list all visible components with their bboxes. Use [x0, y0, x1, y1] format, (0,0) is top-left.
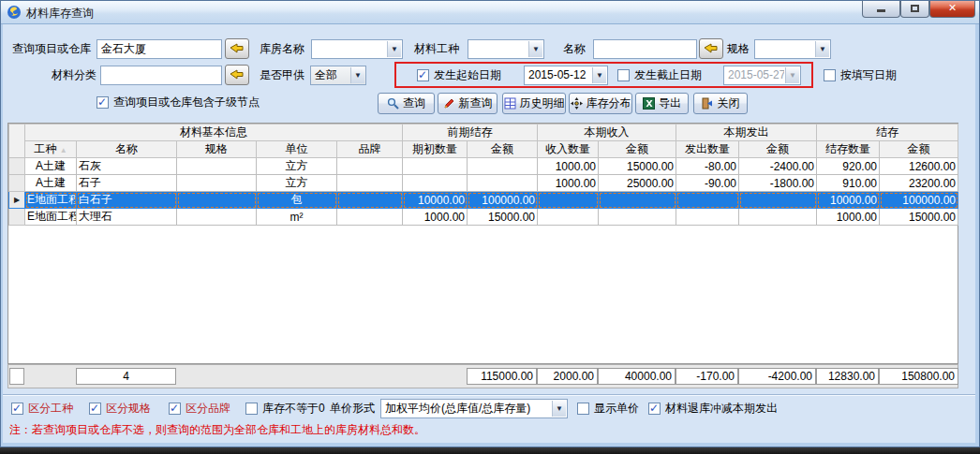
current-row-marker: ▶ [9, 192, 25, 209]
price-form-select[interactable]: 加权平均价(总库值/总库存量)▼ [380, 399, 568, 418]
group-prev-balance: 前期结存 [403, 124, 538, 141]
chevron-down-icon: ▼ [387, 41, 401, 57]
history-detail-button[interactable]: 历史明细 [502, 93, 566, 114]
total-out-amount: -4200.00 [738, 368, 816, 385]
window-border-right [975, 24, 979, 444]
total-out-qty: -170.00 [676, 368, 738, 385]
distinguish-worktype-label: 区分工种 [28, 400, 73, 417]
table-grid-icon [504, 97, 516, 110]
col-init-qty[interactable]: 期初数量 [403, 141, 468, 158]
name-picker-button[interactable] [699, 38, 723, 59]
total-bal-amount: 150800.00 [879, 368, 958, 385]
search-icon [387, 97, 399, 110]
col-in-amount[interactable]: 金额 [599, 141, 676, 158]
distinguish-spec-label: 区分规格 [106, 400, 151, 417]
category-label: 材料分类 [52, 66, 97, 85]
fill-date-checkbox[interactable] [824, 69, 836, 81]
row-indicator [9, 209, 25, 226]
supply-label: 是否甲供 [260, 66, 304, 85]
category-input[interactable] [100, 66, 222, 85]
worktype-label: 材料工种 [414, 39, 459, 59]
minimize-icon [877, 9, 885, 12]
warehouse-select[interactable]: ▼ [311, 39, 403, 59]
maximize-button[interactable] [900, 0, 929, 18]
name-label: 名称 [563, 39, 586, 59]
project-picker-button[interactable] [225, 38, 249, 59]
return-offset-label: 材料退库冲减本期发出 [665, 400, 778, 417]
col-spec[interactable]: 规格 [177, 141, 257, 158]
distinguish-worktype-checkbox[interactable] [11, 403, 23, 415]
distinguish-spec-checkbox[interactable] [89, 403, 101, 415]
hand-picker-icon [230, 42, 245, 54]
distinguish-brand-checkbox[interactable] [169, 403, 181, 415]
compass-arrows-icon [571, 97, 583, 110]
window-border-bottom [1, 443, 979, 447]
total-in-amount: 40000.00 [598, 368, 676, 385]
group-basic-info: 材料基本信息 [25, 124, 403, 141]
chevron-down-icon: ▼ [528, 41, 542, 57]
stock-nonzero-label: 库存不等于0 [262, 400, 325, 417]
project-label: 查询项目或仓库 [12, 39, 91, 59]
group-current-out: 本期发出 [676, 124, 817, 141]
stock-nonzero-checkbox[interactable] [245, 403, 258, 415]
total-prev-amount: 115000.00 [467, 368, 537, 385]
query-button[interactable]: 查询 [378, 93, 435, 114]
minimize-button[interactable] [862, 0, 900, 18]
close-icon: ✕ [948, 2, 957, 13]
table-row[interactable]: A土建 石子 立方 1000.00 25000.00 -90.00 -1800.… [9, 175, 958, 192]
return-offset-checkbox[interactable] [648, 403, 661, 415]
stock-distribution-button[interactable]: 库存分布 [569, 93, 632, 114]
project-input[interactable] [97, 39, 222, 59]
col-name[interactable]: 名称 [77, 141, 177, 158]
date-range-highlight [394, 62, 813, 88]
col-prev-amount[interactable]: 金额 [468, 141, 538, 158]
row-indicator [9, 158, 25, 175]
name-input[interactable] [593, 39, 697, 59]
spec-select[interactable]: ▼ [754, 39, 831, 59]
close-button[interactable]: ✕ [929, 0, 975, 18]
show-unit-price-checkbox[interactable] [577, 403, 589, 415]
category-picker-button[interactable] [225, 65, 249, 85]
close-window-button[interactable]: 关闭 [693, 93, 748, 114]
total-bal-qty: 12830.00 [816, 368, 879, 385]
window-title: 材料库存查询 [26, 6, 94, 22]
price-form-label: 单价形式 [330, 400, 375, 417]
col-in-qty[interactable]: 收入数量 [538, 141, 599, 158]
separator [0, 394, 980, 396]
chevron-down-icon: ▼ [815, 41, 829, 57]
chevron-down-icon: ▼ [552, 401, 566, 417]
include-children-checkbox[interactable] [97, 96, 109, 109]
excel-export-icon [643, 97, 655, 110]
col-out-qty[interactable]: 发出数量 [676, 141, 739, 158]
show-unit-price-label: 显示单价 [594, 400, 639, 417]
table-row[interactable]: A土建 石灰 立方 1000.00 15000.00 -80.00 -2400.… [9, 158, 958, 175]
row-indicator-header [9, 124, 25, 158]
col-bal-amount[interactable]: 金额 [880, 141, 958, 158]
table-row-selected[interactable]: ▶ E地面工程 白石子 包 10000.00 100000.00 10000.0… [9, 192, 958, 209]
row-indicator [9, 175, 25, 192]
distinguish-brand-label: 区分品牌 [186, 400, 230, 417]
fill-date-label: 按填写日期 [840, 66, 897, 85]
table-row[interactable]: E地面工程 大理石 m² 1000.00 15000.00 1000.00 15… [9, 209, 958, 226]
desktop-strip [0, 447, 980, 454]
col-worktype[interactable]: 工种 ▲ [25, 141, 77, 158]
col-brand[interactable]: 品牌 [337, 141, 403, 158]
warehouse-label: 库房名称 [260, 39, 304, 59]
title-bar[interactable]: 材料库存查询 ✕ [0, 0, 980, 24]
inventory-grid: 材料基本信息 前期结存 本期收入 本期发出 结存 工种 ▲ 名称 规格 单位 品… [7, 123, 958, 364]
supply-select[interactable]: 全部▼ [310, 66, 366, 85]
app-icon [7, 5, 22, 20]
col-out-amount[interactable]: 金额 [739, 141, 817, 158]
col-unit[interactable]: 单位 [257, 141, 337, 158]
worktype-select[interactable]: ▼ [468, 39, 544, 59]
footer-note: 注：若查询项目或仓库不选，则查询的范围为全部仓库和工地上的库房材料总和数。 [9, 422, 425, 438]
pen-icon [443, 97, 455, 110]
new-query-button[interactable]: 新查询 [438, 93, 497, 114]
export-button[interactable]: 导出 [635, 93, 689, 114]
include-children-label: 查询项目或仓库包含子级节点 [113, 93, 260, 112]
col-bal-qty[interactable]: 结存数量 [817, 141, 880, 158]
window-border-left [1, 24, 3, 444]
group-balance: 结存 [817, 124, 958, 141]
main-window: 材料库存查询 ✕ 查询项目或仓库 库房名称 ▼ 材料工种 ▼ 名称 规格 ▼ 材… [0, 0, 980, 447]
sort-asc-icon: ▲ [60, 146, 67, 154]
